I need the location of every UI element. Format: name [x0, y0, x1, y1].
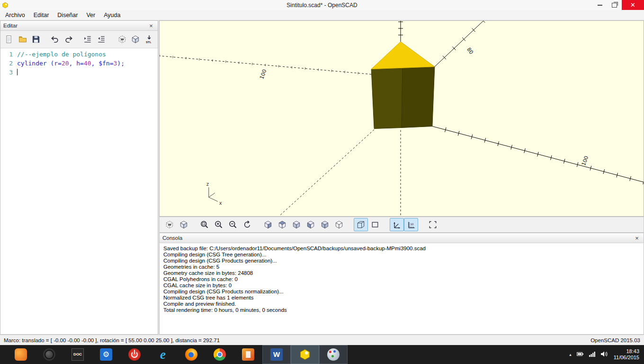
code-text: //--ejemplo de polígonos	[17, 50, 158, 59]
line-number: 2	[0, 59, 17, 68]
minimize-button[interactable]	[592, 0, 607, 10]
menu-ver[interactable]: Ver	[82, 10, 99, 20]
tray-expand-icon[interactable]: ▴	[569, 352, 572, 357]
taskbar-clock[interactable]: 18:43 11/06/2015	[614, 348, 639, 361]
app-orange-icon	[15, 348, 27, 361]
maximize-button[interactable]	[607, 0, 622, 10]
render-preview-button[interactable]	[162, 218, 177, 231]
power-icon	[128, 348, 141, 361]
internet-explorer-icon: e	[157, 348, 169, 361]
restore-icon	[612, 3, 617, 8]
save-file-button[interactable]	[29, 33, 43, 46]
window-title: Sintitulo.scad* - OpenSCAD	[0, 2, 644, 9]
console-line: Total rendering time: 0 hours, 0 minutes…	[163, 307, 640, 313]
3d-viewport[interactable]: 100 80 100 z x	[159, 20, 644, 217]
taskbar-app-doc-button[interactable]: DOC	[63, 345, 92, 364]
render-preview-button[interactable]	[116, 33, 129, 46]
paint-app-icon	[327, 348, 340, 361]
code-line: 1//--ejemplo de polígonos	[0, 50, 158, 59]
console-dock: Consola × Saved backup file: C:/Users/or…	[159, 233, 644, 335]
openscad-taskbar-icon	[299, 348, 311, 361]
volume-icon[interactable]	[601, 350, 608, 359]
orientation-z-label: z	[206, 182, 209, 187]
editor-toolbar: STL	[0, 31, 158, 48]
system-tray: ▴ 18:43 11/06/2015	[569, 348, 644, 361]
code-editor[interactable]: 1//--ejemplo de polígonos2cylinder (r=20…	[0, 48, 158, 334]
close-icon: ✕	[630, 1, 635, 9]
view-back-button[interactable]	[332, 218, 346, 231]
console-line: CGAL Polyhedrons in cache: 0	[163, 276, 640, 282]
view-all-button[interactable]	[426, 218, 440, 231]
console-output[interactable]: Saved backup file: C:/Users/ordenador11/…	[160, 243, 644, 334]
view-top-button[interactable]	[275, 218, 289, 231]
zoom-in-button[interactable]	[212, 218, 226, 231]
show-axes-button[interactable]	[390, 218, 404, 231]
unindent-button[interactable]	[94, 33, 107, 46]
3d-viewport-canvas[interactable]: 100 80 100 z x	[160, 21, 644, 216]
view-orthogonal-button[interactable]	[368, 218, 382, 231]
render-button[interactable]	[177, 218, 191, 231]
taskbar-openscad-button[interactable]	[291, 345, 319, 364]
open-file-button[interactable]	[16, 33, 29, 46]
console-dock-close-button[interactable]: ×	[633, 235, 641, 242]
svg-text:STL: STL	[146, 40, 152, 44]
taskbar-word-button[interactable]: W	[262, 345, 291, 364]
windows-taskbar: DOC⚙eW ▴ 18:43 11/06/2015	[0, 345, 644, 364]
taskbar-paint-button[interactable]	[319, 345, 348, 364]
taskbar-firefox-button[interactable]	[177, 345, 206, 364]
undo-button[interactable]	[48, 33, 62, 46]
minimize-icon	[598, 5, 602, 6]
view-front-button[interactable]	[318, 218, 332, 231]
redo-button[interactable]	[62, 33, 75, 46]
editor-dock: Editar × STL 1//--ejemplo de polígonos2c…	[0, 20, 158, 335]
view-left-button[interactable]	[304, 218, 318, 231]
view-right-button[interactable]	[261, 218, 275, 231]
show-scale-markers-button[interactable]: 10	[404, 218, 418, 231]
menu-editar[interactable]: Editar	[29, 10, 54, 20]
zoom-out-button[interactable]	[226, 218, 240, 231]
export-stl-button[interactable]: STL	[143, 33, 156, 46]
settings-gear-icon: ⚙	[100, 348, 112, 361]
battery-icon[interactable]	[577, 350, 584, 359]
line-number: 3	[0, 68, 17, 77]
code-line: 2cylinder (r=20, h=40, $fn=3);	[0, 59, 158, 68]
reset-view-button[interactable]	[240, 218, 254, 231]
axis-label-x-positive: 100	[581, 155, 590, 166]
console-dock-title: Consola	[162, 235, 182, 241]
taskbar-app-settings-button[interactable]: ⚙	[92, 345, 120, 364]
new-file-button[interactable]	[2, 33, 16, 46]
taskbar-internet-explorer-button[interactable]: e	[149, 345, 177, 364]
code-text	[17, 68, 158, 77]
orientation-axes-indicator: z x	[206, 182, 222, 206]
render-button[interactable]	[129, 33, 142, 46]
console-line: CGAL cache size in bytes: 0	[163, 282, 640, 289]
zoom-all-button[interactable]	[197, 218, 212, 231]
console-line: Geometries in cache: 5	[163, 264, 640, 270]
console-line: Compiling design (CSG Tree generation)..…	[163, 252, 640, 258]
svg-text:10: 10	[411, 223, 414, 226]
clock-date: 11/06/2015	[614, 355, 639, 361]
menu-archivo[interactable]: Archivo	[1, 10, 29, 20]
taskbar-app-media-button[interactable]	[234, 345, 262, 364]
taskbar-power-button[interactable]	[120, 345, 149, 364]
editor-dock-close-button[interactable]: ×	[147, 22, 155, 29]
taskbar-apps: DOC⚙eW	[0, 345, 348, 364]
title-bar: Sintitulo.scad* - OpenSCAD ✕	[0, 0, 644, 10]
orientation-x-label: x	[219, 200, 222, 206]
menu-ayuda[interactable]: Ayuda	[99, 10, 125, 20]
console-line: Compiling design (CSG Products generatio…	[163, 258, 640, 264]
status-bar: Marco: translado = [ -0.00 -0.00 -0.00 ]…	[0, 335, 644, 345]
axis-label-y-positive: 80	[465, 46, 474, 55]
close-button[interactable]: ✕	[622, 0, 644, 10]
taskbar-chrome-button[interactable]	[206, 345, 234, 364]
taskbar-app-camera-button[interactable]	[35, 345, 63, 364]
indent-button[interactable]	[81, 33, 94, 46]
taskbar-app-orange-button[interactable]	[7, 345, 35, 364]
menu-disear[interactable]: Diseñar	[53, 10, 82, 20]
menu-bar: ArchivoEditarDiseñarVerAyuda	[0, 10, 644, 20]
view-bottom-button[interactable]	[289, 218, 304, 231]
view-perspective-button[interactable]	[354, 218, 368, 231]
version-text: OpenSCAD 2015.03	[590, 337, 640, 343]
network-signal-icon[interactable]	[589, 350, 596, 359]
console-line: Geometry cache size in bytes: 24808	[163, 270, 640, 276]
